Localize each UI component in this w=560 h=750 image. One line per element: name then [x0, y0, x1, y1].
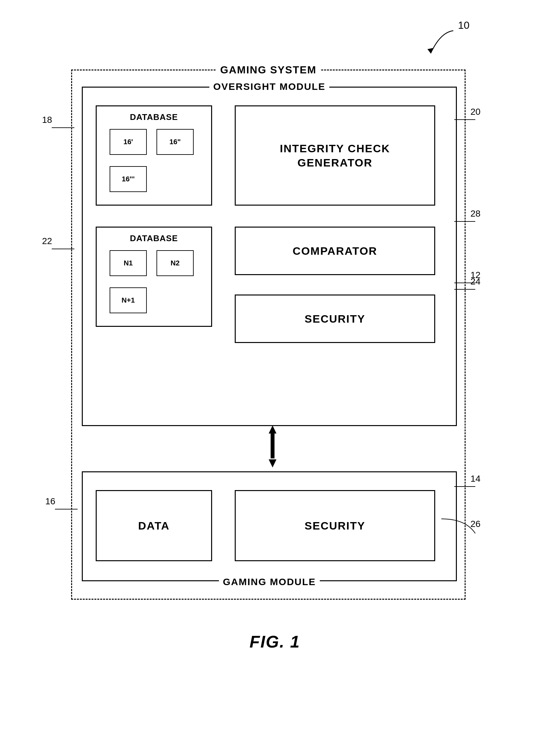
- comparator-box: COMPARATOR: [235, 227, 435, 275]
- svg-rect-2: [271, 432, 275, 459]
- ref-28-line: [453, 215, 479, 228]
- oversight-module-box: OVERSIGHT MODULE DATABASE 16' 16" 16''': [82, 87, 457, 426]
- record-n1: N1: [109, 250, 147, 276]
- ref-10-area: 10: [458, 19, 469, 32]
- comparator-label: COMPARATOR: [293, 245, 377, 257]
- svg-marker-1: [269, 425, 277, 433]
- integrity-check-box: INTEGRITY CHECKGENERATOR: [235, 105, 435, 206]
- security-gaming-box: SECURITY: [235, 490, 435, 561]
- ref-24-line: [453, 283, 479, 296]
- diagram-area: GAMING SYSTEM OVERSIGHT MODULE DATABASE …: [52, 50, 498, 671]
- security-oversight-box: SECURITY: [235, 295, 435, 343]
- page: 10 GAMING SYSTEM OVERSIGHT MODULE DATABA…: [0, 0, 560, 750]
- security-oversight-label: SECURITY: [304, 312, 365, 325]
- record-n-plus-1: N+1: [109, 287, 147, 313]
- ref-14-line: [453, 480, 479, 493]
- oversight-module-label: OVERSIGHT MODULE: [209, 81, 329, 92]
- integrity-check-label: INTEGRITY CHECKGENERATOR: [280, 141, 390, 170]
- record-16-double-prime: 16": [157, 129, 194, 155]
- data-label: DATA: [138, 520, 169, 532]
- ref-26-line: [440, 512, 479, 538]
- ref-20-line: [453, 113, 479, 126]
- gaming-module-box: GAMING MODULE DATA SECURITY: [82, 471, 457, 581]
- data-box: DATA: [96, 490, 212, 561]
- database-top-label: DATABASE: [130, 112, 178, 122]
- record-n2: N2: [157, 250, 194, 276]
- fig-label: FIG. 1: [249, 632, 300, 651]
- gaming-system-box: GAMING SYSTEM OVERSIGHT MODULE DATABASE …: [71, 69, 465, 600]
- database-bottom-box: DATABASE N1 N2 N+1: [96, 227, 212, 327]
- record-16-prime: 16': [109, 129, 147, 155]
- gaming-system-label: GAMING SYSTEM: [216, 64, 320, 76]
- svg-marker-3: [269, 459, 277, 467]
- bidirectional-arrow: [263, 425, 282, 467]
- ref-16-outer-line: [52, 503, 78, 515]
- ref-22-line: [48, 242, 74, 256]
- ref-18-line: [48, 121, 74, 134]
- gaming-module-label: GAMING MODULE: [219, 576, 320, 587]
- database-top-box: DATABASE 16' 16" 16''': [96, 105, 212, 206]
- record-16-triple-prime: 16''': [109, 166, 147, 192]
- database-bottom-label: DATABASE: [130, 234, 178, 243]
- security-gaming-label: SECURITY: [304, 520, 365, 532]
